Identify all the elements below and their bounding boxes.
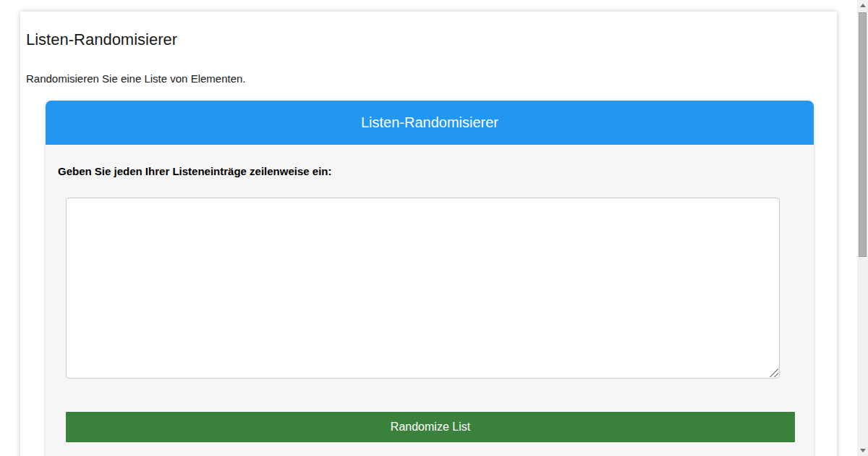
- textarea-wrapper: [66, 198, 780, 379]
- triangle-up-icon: [860, 4, 866, 7]
- randomize-list-button[interactable]: Randomize List: [66, 412, 795, 442]
- triangle-down-icon: [860, 449, 866, 452]
- list-input-textarea[interactable]: [66, 198, 780, 379]
- scrollbar-up-button[interactable]: [857, 0, 868, 11]
- vertical-scrollbar[interactable]: [857, 0, 868, 456]
- scrollbar-down-button[interactable]: [857, 445, 868, 456]
- card-body: Geben Sie jeden Ihrer Listeneinträge zei…: [46, 145, 814, 456]
- scrollbar-thumb[interactable]: [859, 12, 867, 257]
- randomizer-card: Listen-Randomisierer Geben Sie jeden Ihr…: [46, 101, 814, 456]
- list-input-label: Geben Sie jeden Ihrer Listeneinträge zei…: [58, 165, 801, 178]
- page-container: Listen-Randomisierer Randomisieren Sie e…: [20, 12, 837, 456]
- card-header-title: Listen-Randomisierer: [46, 101, 814, 145]
- page-description: Randomisieren Sie eine Liste von Element…: [20, 50, 837, 86]
- page-title: Listen-Randomisierer: [20, 12, 837, 50]
